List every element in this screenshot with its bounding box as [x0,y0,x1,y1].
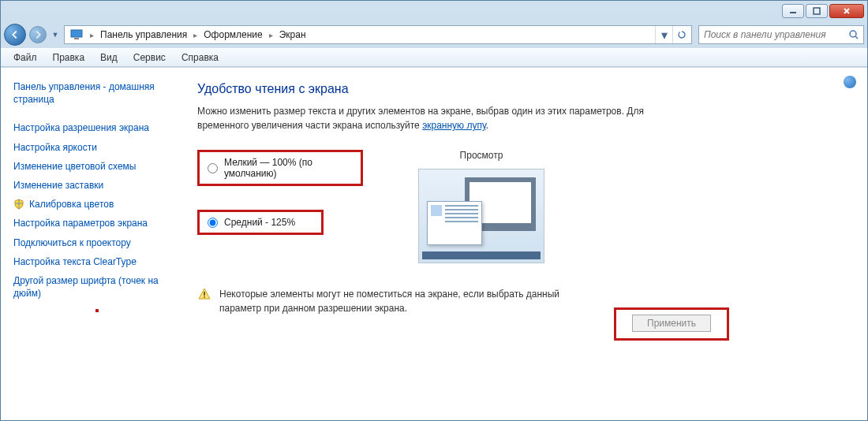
svg-rect-2 [71,30,82,37]
radio-small-label: Мелкий — 100% (по умолчанию) [224,157,353,179]
annotation-dot [95,309,99,312]
sidebar-item-label: Калибровка цветов [29,198,114,210]
desc-text-b: . [486,120,488,131]
desc-text-a: Можно изменить размер текста и других эл… [197,106,644,131]
close-button[interactable] [829,4,864,18]
options-row: Мелкий — 100% (по умолчанию) Средний - 1… [197,150,848,263]
preview-image [418,169,544,263]
sidebar-item-projector[interactable]: Подключиться к проектору [9,233,170,252]
search-button[interactable] [844,29,863,40]
radio-medium-input[interactable] [208,218,218,228]
search-box [698,25,864,44]
apply-button[interactable]: Применить [632,315,711,332]
sidebar-item-color-scheme[interactable]: Изменение цветовой схемы [9,157,170,176]
svg-rect-6 [204,296,205,298]
svg-rect-3 [74,38,79,39]
svg-rect-5 [204,292,205,296]
highlight-apply: Применить [614,307,729,341]
refresh-button[interactable] [672,26,690,43]
breadcrumb-mid[interactable]: Оформление [200,28,265,42]
main-panel: Удобство чтения с экрана Можно изменить … [170,68,867,420]
sidebar-home[interactable]: Панель управления - домашняя страница [9,77,170,109]
sidebar-item-brightness[interactable]: Настройка яркости [9,138,170,157]
warning-row: Некоторые элементы могут не поместиться … [197,287,848,341]
minimize-icon [789,7,797,15]
arrow-left-icon [9,29,21,40]
svg-rect-1 [814,8,820,14]
address-dropdown[interactable]: ▾ [655,26,672,43]
titlebar [1,1,867,21]
breadcrumb-root[interactable]: Панель управления [97,28,190,42]
radio-small[interactable]: Мелкий — 100% (по умолчанию) [201,154,359,182]
nav-bar: ▼ ▸ Панель управления ▸ Оформление ▸ Экр… [1,21,867,48]
maximize-icon [813,7,821,15]
highlight-medium: Средний - 125% [197,210,324,235]
page-description: Можно изменить размер текста и других эл… [197,104,687,132]
maximize-button[interactable] [806,4,828,18]
close-icon [843,7,851,15]
monitor-icon [69,28,84,42]
search-input[interactable] [699,29,844,40]
sidebar-item-display-settings[interactable]: Настройка параметров экрана [9,214,170,233]
preview-label: Просмотр [418,150,544,161]
preview-column: Просмотр [418,150,544,263]
preview-taskbar-icon [422,251,541,259]
svg-point-4 [850,31,856,37]
chevron-right-icon: ▸ [266,31,276,39]
sidebar-item-screensaver[interactable]: Изменение заставки [9,176,170,195]
sidebar-item-calibration[interactable]: Калибровка цветов [9,195,170,214]
minimize-button[interactable] [782,4,804,18]
chevron-right-icon: ▸ [190,31,200,39]
menu-bar: Файл Правка Вид Сервис Справка [1,48,867,67]
nav-history-dropdown[interactable]: ▼ [50,24,61,46]
refresh-icon [677,30,687,39]
address-bar[interactable]: ▸ Панель управления ▸ Оформление ▸ Экран… [64,25,692,44]
menu-file[interactable]: Файл [6,50,45,65]
window-frame: ▼ ▸ Панель управления ▸ Оформление ▸ Экр… [0,0,868,421]
warning-icon [197,287,211,301]
breadcrumb-leaf[interactable]: Экран [276,28,309,42]
forward-button[interactable] [29,26,47,43]
sidebar-item-resolution[interactable]: Настройка разрешения экрана [9,118,170,137]
radio-medium-label: Средний - 125% [224,217,295,228]
help-button[interactable] [844,76,856,88]
magnifier-link[interactable]: экранную лупу [422,120,486,131]
svg-rect-0 [790,12,796,13]
highlight-small: Мелкий — 100% (по умолчанию) [197,150,363,186]
window-controls [782,4,864,18]
menu-view[interactable]: Вид [92,50,125,65]
content-area: Панель управления - домашняя страница На… [1,67,867,420]
size-options: Мелкий — 100% (по умолчанию) Средний - 1… [197,150,363,263]
back-button[interactable] [4,24,26,46]
shield-icon [13,199,24,210]
sidebar-item-dpi[interactable]: Другой размер шрифта (точек на дюйм) [9,271,170,303]
arrow-right-icon [32,29,43,40]
sidebar: Панель управления - домашняя страница На… [1,68,170,420]
preview-window-icon [427,201,482,245]
radio-medium[interactable]: Средний - 125% [201,214,320,231]
chevron-right-icon: ▸ [87,31,97,39]
menu-help[interactable]: Справка [174,50,226,65]
page-title: Удобство чтения с экрана [197,82,848,96]
menu-edit[interactable]: Правка [45,50,93,65]
warning-text: Некоторые элементы могут не поместиться … [219,287,590,315]
menu-tools[interactable]: Сервис [125,50,174,65]
search-icon [848,29,859,40]
radio-small-input[interactable] [208,163,218,173]
sidebar-item-cleartype[interactable]: Настройка текста ClearType [9,252,170,271]
